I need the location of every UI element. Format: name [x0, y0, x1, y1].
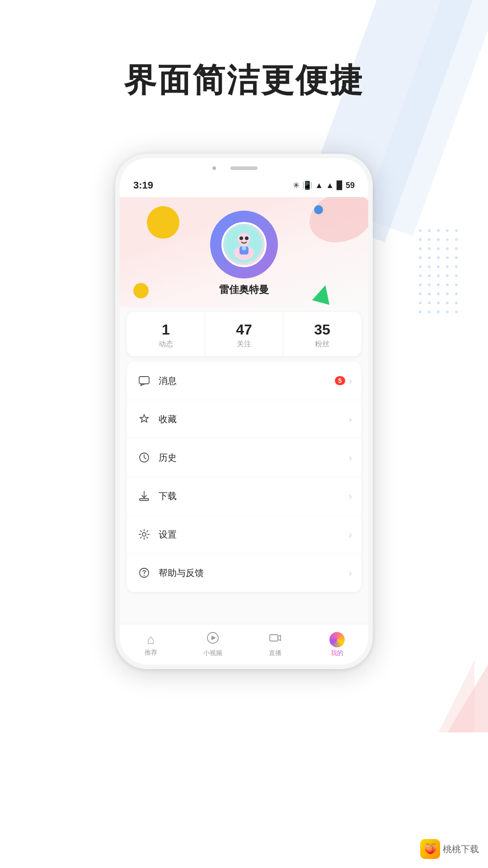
svg-point-42: [437, 302, 440, 304]
svg-point-2: [437, 229, 440, 232]
svg-point-41: [428, 302, 431, 304]
svg-point-29: [455, 274, 458, 277]
svg-point-20: [419, 265, 422, 268]
svg-point-54: [245, 236, 249, 240]
watermark-icon: 🍑: [420, 839, 440, 859]
mine-icon: [329, 632, 345, 647]
live-icon: [269, 632, 282, 647]
help-chevron: ›: [349, 568, 352, 578]
profile-header: 雷佳奥特曼: [120, 197, 368, 307]
svg-point-38: [446, 292, 449, 295]
download-chevron: ›: [349, 491, 352, 501]
history-icon: [136, 449, 152, 466]
menu-settings-label: 设置: [159, 528, 349, 541]
stat-fensi[interactable]: 35 粉丝: [283, 312, 361, 356]
recommend-icon: ⌂: [147, 632, 155, 647]
svg-point-35: [419, 292, 422, 295]
watermark: 🍑 桃桃下载: [420, 839, 479, 859]
svg-point-21: [428, 265, 431, 268]
wifi-icon: ▲: [326, 181, 334, 190]
svg-point-47: [437, 311, 440, 313]
phone-frame: 3:19 ✳ 📳 ▲ ▲ ▉ 59: [115, 154, 373, 669]
message-icon: [136, 373, 152, 389]
phone-inner: 3:19 ✳ 📳 ▲ ▲ ▉ 59: [120, 158, 368, 665]
menu-item-download[interactable]: 下载 ›: [127, 477, 361, 515]
menu-help-label: 帮助与反馈: [159, 567, 349, 579]
svg-point-46: [428, 311, 431, 313]
stat-fensi-number: 35: [314, 322, 330, 338]
menu-list: 消息 5 › 收藏 ›: [127, 362, 361, 592]
menu-messages-label: 消息: [159, 375, 335, 387]
menu-favorites-label: 收藏: [159, 413, 349, 425]
messages-chevron: ›: [349, 376, 352, 386]
bottom-nav: ⌂ 推荐 小视频: [120, 624, 368, 665]
svg-point-9: [455, 238, 458, 241]
svg-point-49: [455, 311, 458, 313]
svg-point-44: [455, 302, 458, 304]
avatar-bg-circle: [210, 211, 278, 278]
svg-point-45: [419, 311, 422, 313]
nav-short-video[interactable]: 小视频: [182, 632, 244, 657]
avatar: [221, 222, 267, 267]
svg-point-16: [428, 256, 431, 259]
menu-item-help[interactable]: 帮助与反馈 ›: [127, 554, 361, 592]
svg-point-32: [437, 283, 440, 286]
menu-item-history[interactable]: 历史 ›: [127, 439, 361, 477]
svg-point-62: [144, 575, 145, 576]
svg-point-12: [437, 247, 440, 250]
status-time: 3:19: [133, 179, 153, 191]
svg-point-1: [428, 229, 431, 232]
phone-notch: [230, 166, 258, 170]
nav-live[interactable]: 直播: [244, 632, 306, 657]
vibrate-icon: 📳: [302, 180, 312, 190]
menu-item-settings[interactable]: 设置 ›: [127, 515, 361, 554]
nav-mine-label: 我的: [331, 649, 343, 657]
svg-point-18: [446, 256, 449, 259]
stat-dongtai[interactable]: 1 动态: [127, 312, 205, 356]
svg-point-27: [437, 274, 440, 277]
menu-history-label: 历史: [159, 452, 349, 464]
svg-point-39: [455, 292, 458, 295]
stats-row: 1 动态 47 关注 35 粉丝: [127, 312, 361, 356]
svg-point-43: [446, 302, 449, 304]
svg-point-48: [446, 311, 449, 313]
avatar-area[interactable]: 雷佳奥特曼: [120, 211, 368, 297]
page-title: 界面简洁更便捷: [0, 59, 488, 102]
stat-guanzhu-label: 关注: [237, 340, 251, 349]
svg-point-11: [428, 247, 431, 250]
dot-pattern: [416, 226, 483, 316]
signal-icon: ▲: [315, 181, 323, 190]
svg-point-0: [419, 229, 422, 232]
svg-point-13: [446, 247, 449, 250]
nav-recommend[interactable]: ⌂ 推荐: [120, 632, 182, 657]
svg-point-17: [437, 256, 440, 259]
menu-item-favorites[interactable]: 收藏 ›: [127, 400, 361, 439]
nav-live-label: 直播: [269, 649, 282, 657]
svg-point-26: [428, 274, 431, 277]
app-content: 雷佳奥特曼 1 动态 47 关注 35 粉丝: [120, 197, 368, 665]
svg-point-8: [446, 238, 449, 241]
favorites-icon: [136, 411, 152, 427]
battery-level: 59: [346, 181, 355, 190]
nav-mine[interactable]: 我的: [306, 632, 369, 657]
status-bar: 3:19 ✳ 📳 ▲ ▲ ▉ 59: [133, 177, 355, 193]
svg-rect-59: [140, 499, 149, 500]
svg-point-31: [428, 283, 431, 286]
stat-dongtai-number: 1: [162, 322, 170, 338]
stat-guanzhu-number: 47: [236, 322, 252, 338]
nav-short-video-label: 小视频: [203, 649, 222, 657]
menu-item-messages[interactable]: 消息 5 ›: [127, 362, 361, 400]
svg-point-14: [455, 247, 458, 250]
phone-camera: [212, 166, 216, 170]
svg-point-5: [419, 238, 422, 241]
svg-point-56: [242, 246, 246, 250]
svg-point-7: [437, 238, 440, 241]
stat-guanzhu[interactable]: 47 关注: [205, 312, 283, 356]
bluetooth-icon: ✳: [293, 180, 300, 190]
svg-point-33: [446, 283, 449, 286]
svg-point-30: [419, 283, 422, 286]
svg-marker-64: [211, 636, 216, 640]
stat-fensi-label: 粉丝: [315, 340, 329, 349]
username: 雷佳奥特曼: [219, 283, 269, 297]
history-chevron: ›: [349, 453, 352, 463]
